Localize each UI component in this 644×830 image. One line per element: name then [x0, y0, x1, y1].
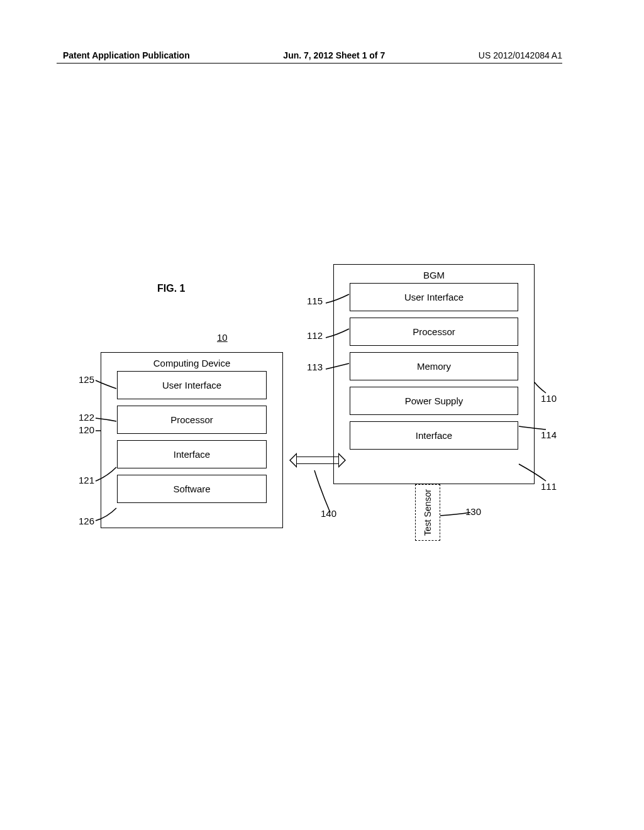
computing-device-title: Computing Device	[101, 353, 282, 371]
connection-arrow	[289, 453, 346, 472]
header-date-sheet: Jun. 7, 2012 Sheet 1 of 7	[283, 50, 385, 60]
ref-130: 130	[465, 506, 481, 517]
bgm-interface-box: Interface	[350, 421, 518, 450]
bgm-processor-box: Processor	[350, 318, 518, 346]
cd-user-interface-box: User Interface	[117, 371, 267, 399]
test-sensor-label: Test Sensor	[423, 489, 433, 536]
ref-122: 122	[79, 412, 94, 423]
cd-processor-box: Processor	[117, 406, 267, 434]
bgm-power-supply-box: Power Supply	[350, 387, 518, 415]
bgm-inner: User Interface Processor Memory Power Su…	[334, 283, 534, 450]
header-publication: Patent Application Publication	[63, 50, 190, 60]
ref-114: 114	[541, 429, 557, 440]
bgm-user-interface-box: User Interface	[350, 283, 518, 311]
ref-110: 110	[541, 393, 557, 404]
ref-111: 111	[541, 481, 557, 492]
test-sensor-box: Test Sensor	[415, 484, 440, 541]
header-patent-number: US 2012/0142084 A1	[479, 50, 562, 60]
page-header: Patent Application Publication Jun. 7, 2…	[0, 50, 644, 60]
ref-140: 140	[321, 508, 336, 519]
ref-126: 126	[79, 516, 94, 526]
cd-interface-box: Interface	[117, 440, 267, 468]
bgm-memory-box: Memory	[350, 352, 518, 380]
ref-10: 10	[217, 332, 228, 343]
ref-125: 125	[79, 374, 94, 385]
ref-112: 112	[307, 330, 323, 341]
figure-label: FIG. 1	[157, 283, 185, 294]
bgm-box: BGM User Interface Processor Memory Powe…	[333, 264, 535, 484]
header-divider	[57, 63, 562, 64]
ref-113: 113	[307, 362, 323, 372]
ref-120: 120	[79, 424, 94, 435]
bgm-title: BGM	[334, 265, 534, 283]
cd-software-box: Software	[117, 475, 267, 503]
figure-diagram: FIG. 1 10 BGM User Interface Processor M…	[82, 264, 553, 566]
ref-121: 121	[79, 475, 94, 485]
computing-device-inner: User Interface Processor Interface Softw…	[101, 371, 282, 503]
computing-device-box: Computing Device User Interface Processo…	[101, 352, 283, 528]
ref-115: 115	[307, 296, 323, 306]
